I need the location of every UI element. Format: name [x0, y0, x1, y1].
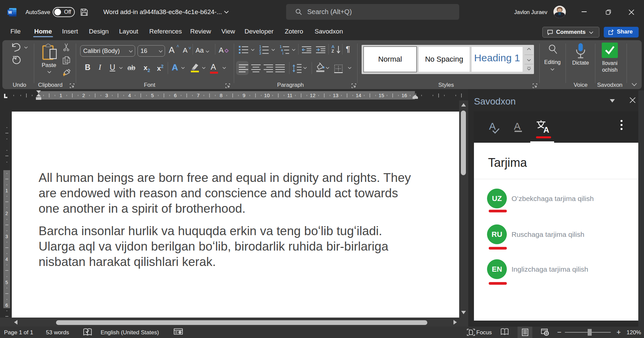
svg-text:A: A	[543, 125, 549, 133]
svg-text:3: 3	[259, 52, 261, 55]
svg-text:i: i	[282, 52, 283, 55]
